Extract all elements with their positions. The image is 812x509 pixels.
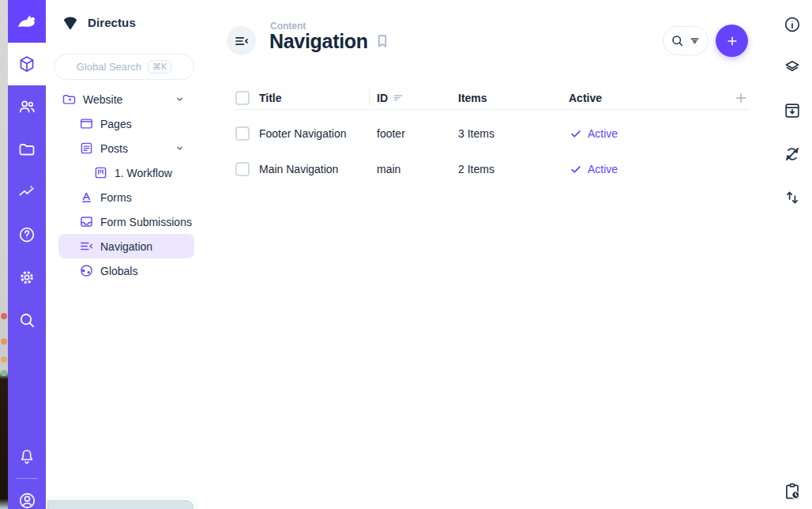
column-divider: [369, 89, 370, 106]
notifications-button[interactable]: [8, 435, 46, 478]
cell-title: Main Navigation: [259, 163, 377, 175]
table-row[interactable]: Main Navigation main 2 Items Active: [235, 151, 749, 187]
rabbit-icon: [15, 9, 39, 33]
search-filter-pill: [663, 26, 709, 55]
chevron-down-icon[interactable]: [173, 141, 186, 155]
column-header-title[interactable]: Title: [259, 92, 377, 104]
active-label: Active: [588, 163, 618, 175]
cell-id: footer: [377, 127, 458, 140]
project-name: Directus: [88, 16, 136, 29]
global-search-placeholder: Global Search: [77, 61, 141, 73]
module-user-directory[interactable]: [8, 85, 46, 128]
module-bar-bottom: [8, 435, 46, 509]
page-icon-button[interactable]: [227, 26, 256, 55]
background-dot: [1, 338, 7, 345]
column-header-active[interactable]: Active: [569, 92, 730, 104]
filter-icon[interactable]: [687, 33, 702, 48]
help-icon: [17, 225, 36, 244]
module-search[interactable]: [8, 299, 46, 341]
column-header-id-label: ID: [377, 92, 388, 104]
sort-indicator-icon: [393, 92, 404, 104]
cell-active: Active: [569, 126, 730, 141]
nav-item-forms[interactable]: Forms: [58, 185, 194, 209]
nav-item-label: Navigation: [100, 240, 152, 253]
nav-item-website[interactable]: Website: [58, 87, 194, 111]
nav-item-posts[interactable]: Posts: [58, 136, 194, 160]
table-header: Title ID Items Active: [235, 86, 749, 110]
plus-icon: [724, 33, 740, 49]
project-brand[interactable]: Directus: [60, 13, 136, 32]
module-help[interactable]: [8, 213, 46, 256]
account-button[interactable]: [8, 479, 46, 509]
add-item-button[interactable]: [716, 25, 748, 57]
avatar-icon: [17, 491, 37, 509]
check-icon: [569, 162, 583, 176]
nav-item-label: Form Submissions: [100, 216, 192, 228]
active-label: Active: [588, 127, 618, 140]
bottom-overlay-panel: [46, 496, 199, 509]
inbox-icon: [79, 214, 94, 229]
table-row[interactable]: Footer Navigation footer 3 Items Active: [235, 115, 749, 151]
people-icon: [17, 97, 36, 116]
nav-item-label: Forms: [100, 191, 132, 204]
kanban-icon: [93, 165, 108, 180]
cell-id: main: [377, 163, 458, 175]
module-content[interactable]: [8, 43, 46, 85]
article-icon: [79, 141, 94, 156]
chevron-down-icon[interactable]: [173, 92, 186, 106]
shortcut-badge: ⌘K: [148, 60, 171, 74]
sort-icon[interactable]: [781, 187, 803, 209]
directus-logo[interactable]: [8, 0, 46, 43]
bell-icon: [17, 447, 36, 466]
select-all-checkbox[interactable]: [235, 91, 250, 105]
folder-icon: [17, 140, 36, 159]
column-header-id[interactable]: ID: [377, 92, 458, 104]
page-title: Navigation: [269, 30, 368, 53]
nav-item-label: Website: [83, 93, 122, 106]
nav-item-form-submissions[interactable]: Form Submissions: [58, 209, 194, 234]
pending-actions-icon[interactable]: [781, 481, 803, 503]
import-icon[interactable]: [781, 100, 803, 122]
background-dot: [1, 313, 7, 319]
menu-open-icon: [79, 239, 94, 254]
project-logo-icon: [60, 13, 81, 32]
gear-icon: [17, 268, 36, 287]
background-window-sliver: [0, 0, 8, 509]
row-checkbox[interactable]: [235, 126, 250, 141]
nav-item-label: Pages: [100, 118, 132, 130]
cell-title: Footer Navigation: [259, 127, 377, 140]
module-file-library[interactable]: [8, 128, 46, 171]
background-dot: [1, 356, 7, 363]
layers-icon[interactable]: [781, 56, 803, 78]
navigation-panel: Directus Global Search ⌘K Website Pages: [46, 0, 221, 509]
nav-item-label: Globals: [100, 265, 137, 277]
box-icon: [17, 55, 36, 74]
row-checkbox[interactable]: [235, 162, 250, 176]
window-icon: [79, 116, 94, 131]
nav-item-label: Posts: [100, 142, 128, 155]
letter-a-icon: [79, 190, 94, 205]
module-insights[interactable]: [8, 171, 46, 213]
folder-star-icon: [62, 92, 77, 107]
nav-item-pages[interactable]: Pages: [58, 111, 194, 136]
info-icon[interactable]: [781, 13, 803, 36]
right-sidebar: [773, 0, 812, 509]
directus-app: Directus Global Search ⌘K Website Pages: [0, 0, 812, 509]
search-icon[interactable]: [670, 33, 685, 48]
nav-item-navigation[interactable]: Navigation: [58, 234, 194, 258]
nav-item-globals[interactable]: Globals: [58, 258, 194, 283]
cell-items: 3 Items: [458, 127, 569, 140]
bottom-overlay-inner: [47, 500, 194, 509]
module-settings[interactable]: [8, 256, 46, 299]
background-dot: [1, 370, 7, 376]
insights-icon: [17, 183, 36, 202]
column-header-items[interactable]: Items: [458, 92, 569, 104]
bookmark-icon[interactable]: [373, 32, 392, 51]
nav-item-workflow[interactable]: 1. Workflow: [58, 160, 194, 185]
global-search-input[interactable]: Global Search ⌘K: [54, 54, 194, 80]
globe-icon: [79, 263, 94, 278]
sync-disabled-icon[interactable]: [781, 143, 803, 165]
collections-tree: Website Pages Posts: [58, 87, 194, 283]
add-column-button[interactable]: [733, 90, 749, 106]
cell-active: Active: [569, 162, 730, 176]
